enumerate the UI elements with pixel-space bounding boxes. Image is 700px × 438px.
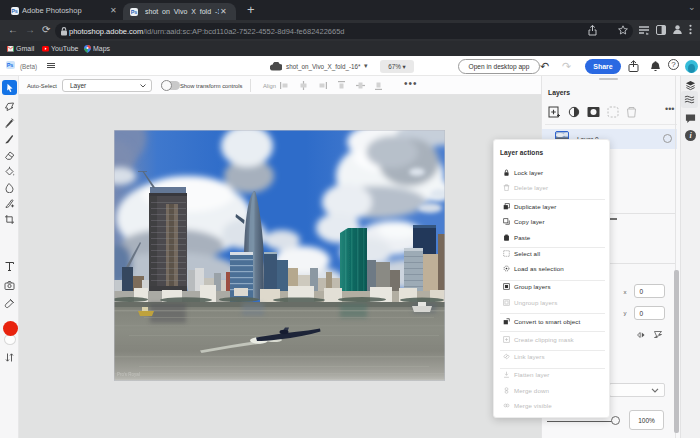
svg-text:Pro's Royal: Pro's Royal bbox=[117, 372, 140, 377]
